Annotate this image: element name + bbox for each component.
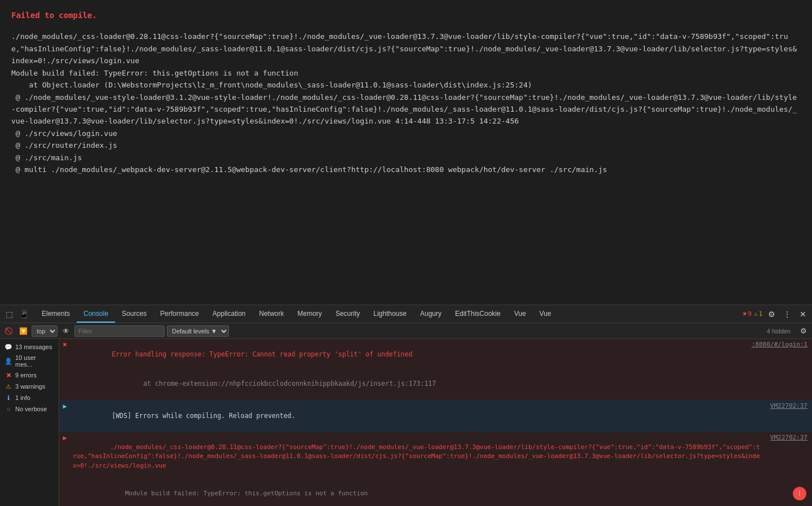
devtools-toolbar-right: ✖ 9 ⚠ 1 ⚙ ⋮ ✕	[743, 307, 810, 321]
sidebar-item-errors[interactable]: ✖ 9 errors	[0, 369, 59, 381]
verbose-icon: ○	[5, 405, 12, 413]
tab-console[interactable]: Console	[77, 305, 115, 323]
info-icon: ℹ	[5, 394, 12, 402]
floating-error-badge[interactable]: !	[793, 487, 806, 500]
sidebar-label-messages: 13 messages	[15, 344, 52, 350]
console-message-2: ▶ [WDS] Errors while compiling. Reload p…	[59, 401, 812, 433]
sidebar-item-warnings[interactable]: ⚠ 3 warnings	[0, 381, 59, 392]
filter-toggle-button[interactable]: 🔽	[17, 325, 29, 337]
error-icon-3: ▶	[59, 432, 70, 442]
tab-performance[interactable]: Performance	[153, 305, 206, 323]
devtools-panel: ⬚ 📱 Elements Console Sources Performance…	[0, 305, 812, 506]
settings-button[interactable]: ⚙	[765, 307, 778, 321]
console-messages: ✖ Error handling response: TypeError: Ca…	[59, 339, 812, 506]
errors-icon: ✖	[5, 371, 12, 379]
message-link-3[interactable]: VM22702:37	[766, 432, 812, 442]
message-text-3: ./node_modules/_css-loader@0.28.11@css-l…	[70, 432, 766, 506]
sidebar-item-user-messages[interactable]: 👤 10 user mes...	[0, 353, 59, 369]
device-toolbar-button[interactable]: 📱	[17, 307, 30, 321]
message-text-1: Error handling response: TypeError: Cann…	[70, 339, 747, 400]
tab-vue-2[interactable]: Vue	[533, 305, 558, 323]
devtools-toolbar: ⬚ 📱 Elements Console Sources Performance…	[0, 305, 812, 323]
console-settings-button[interactable]: ⚙	[797, 325, 810, 337]
compile-error-body: ./node_modules/_css-loader@0.28.11@css-l…	[11, 30, 801, 175]
message-link-1[interactable]: :8080/#/login:1	[747, 339, 812, 349]
console-sidebar: 💬 13 messages 👤 10 user mes... ✖ 9 error…	[0, 339, 59, 506]
sidebar-label-warnings: 3 warnings	[15, 383, 45, 390]
warning-icon: ⚠	[754, 310, 758, 318]
sidebar-item-all-messages[interactable]: 💬 13 messages	[0, 341, 59, 353]
inspect-element-button[interactable]: ⬚	[2, 307, 16, 321]
tab-vue-1[interactable]: Vue	[508, 305, 533, 323]
close-devtools-button[interactable]: ✕	[796, 307, 810, 321]
tab-augury[interactable]: Augury	[413, 305, 448, 323]
tab-memory[interactable]: Memory	[291, 305, 329, 323]
clear-console-button[interactable]: 🚫	[2, 325, 15, 337]
devtools-dock-icons: ⬚ 📱	[2, 307, 30, 321]
messages-icon: 💬	[5, 343, 12, 351]
info-icon-2: ▶	[59, 401, 70, 410]
error-icon-1: ✖	[59, 339, 70, 349]
console-message-3: ▶ ./node_modules/_css-loader@0.28.11@css…	[59, 432, 812, 506]
browser-content: Failed to compile. ./node_modules/_css-l…	[0, 0, 812, 305]
tab-editthiscookie[interactable]: EditThisCookie	[448, 305, 508, 323]
sidebar-item-verbose[interactable]: ○ No verbose	[0, 403, 59, 415]
sidebar-item-info[interactable]: ℹ 1 info	[0, 392, 59, 403]
more-options-button[interactable]: ⋮	[780, 307, 794, 321]
filter-input[interactable]	[74, 325, 165, 337]
devtools-tabs: Elements Console Sources Performance App…	[35, 305, 558, 323]
sidebar-label-user: 10 user mes...	[15, 354, 54, 368]
tab-elements[interactable]: Elements	[35, 305, 77, 323]
message-text-2: [WDS] Errors while compiling. Reload pre…	[70, 401, 766, 432]
user-icon: 👤	[5, 357, 12, 365]
message-link-2[interactable]: VM22702:37	[766, 401, 812, 411]
hidden-count-label: 4 hidden	[767, 328, 795, 335]
tab-security[interactable]: Security	[329, 305, 367, 323]
sidebar-label-errors: 9 errors	[15, 372, 37, 379]
error-icon: ✖	[743, 310, 747, 318]
tab-lighthouse[interactable]: Lighthouse	[367, 305, 413, 323]
sidebar-label-verbose: No verbose	[15, 406, 47, 412]
console-filter-bar: 🚫 🔽 top 👁 Default levels ▼ 4 hidden ⚙	[0, 323, 812, 339]
warning-badge: ⚠ 1	[754, 310, 762, 318]
tab-network[interactable]: Network	[253, 305, 291, 323]
warnings-icon: ⚠	[5, 382, 12, 390]
context-select[interactable]: top	[32, 325, 58, 337]
console-message-1: ✖ Error handling response: TypeError: Ca…	[59, 339, 812, 401]
compile-error-title: Failed to compile.	[11, 9, 801, 21]
console-body: 💬 13 messages 👤 10 user mes... ✖ 9 error…	[0, 339, 812, 506]
eye-button[interactable]: 👁	[60, 325, 72, 337]
sidebar-label-info: 1 info	[15, 394, 30, 401]
tab-application[interactable]: Application	[206, 305, 253, 323]
tab-sources[interactable]: Sources	[115, 305, 153, 323]
log-levels-select[interactable]: Default levels ▼	[167, 325, 229, 337]
error-badge: ✖ 9	[743, 310, 752, 318]
